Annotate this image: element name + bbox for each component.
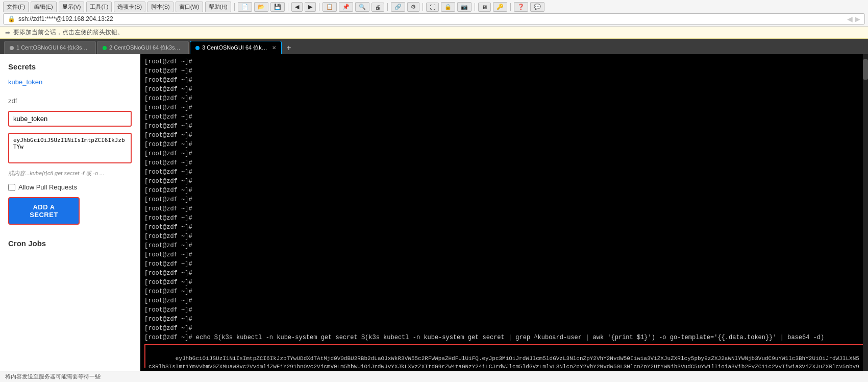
- toolbar-row-2: 🔒 ssh://zdf1:****@192.168.204.13:22 ◀ ▶: [3, 13, 865, 25]
- toolbar-icon-question[interactable]: ❓: [514, 2, 528, 12]
- terminal-line: [root@zdf ~]#: [144, 324, 864, 333]
- add-secret-button[interactable]: ADD A SECRET: [8, 197, 80, 225]
- toolbar-icon-chat[interactable]: 💬: [530, 2, 544, 12]
- nav-right-arrow[interactable]: ▶: [855, 15, 860, 23]
- terminal-line: [root@zdf ~]#: [144, 131, 864, 140]
- terminal-line: [root@zdf ~]#: [144, 287, 864, 296]
- terminal-line: [root@zdf ~]#: [144, 103, 864, 112]
- allow-pr-label: Allow Pull Requests: [18, 183, 77, 191]
- sidebar: Secrets kube_token zdf eyJhbGciOiJSUzI1N…: [0, 54, 140, 371]
- address-bar: 🔒 ssh://zdf1:****@192.168.204.13:22 ◀ ▶: [3, 13, 865, 25]
- scroll-thumb[interactable]: [863, 59, 868, 80]
- toolbar-sep-1: [234, 3, 235, 11]
- toolbar-icon-copy[interactable]: 📋: [323, 2, 337, 12]
- toolbar-btn-file[interactable]: 文件(F): [3, 2, 29, 12]
- terminal-line: [root@zdf ~]#: [144, 259, 864, 269]
- terminal-line: [root@zdf ~]#: [144, 278, 864, 287]
- toolbar-icon-settings[interactable]: ⚙: [407, 2, 419, 12]
- secret-name-input[interactable]: [8, 111, 132, 127]
- terminal-line: [root@zdf ~]#: [144, 232, 864, 241]
- terminal-line: [root@zdf ~]#: [144, 149, 864, 158]
- terminal-line: [root@zdf ~]#: [144, 158, 864, 168]
- terminal-line: [root@zdf ~]#: [144, 177, 864, 186]
- toolbar-sep-4: [387, 3, 388, 11]
- terminal-line: [root@zdf ~]#: [144, 223, 864, 232]
- nav-left-arrow[interactable]: ◀: [847, 15, 853, 23]
- tab-3-close[interactable]: ✕: [272, 45, 276, 51]
- info-bar: ➡ 要添加当前会话，点击左侧的箭头按钮。: [0, 27, 868, 39]
- toolbar-icon-fullscreen[interactable]: ⛶: [426, 3, 439, 12]
- toolbar-btn-session[interactable]: 选项卡(S): [114, 2, 145, 12]
- toolbar-icon-connect[interactable]: 🔗: [391, 2, 405, 12]
- toolbar-row-1: 文件(F) 编辑(E) 显示(V) 工具(T) 选项卡(S) 脚本(S) 窗口(…: [3, 2, 865, 12]
- toolbar-sep-6: [475, 3, 475, 11]
- nav-arrows: ◀ ▶: [847, 15, 860, 23]
- toolbar-icon-paste[interactable]: 📌: [339, 2, 353, 12]
- tab-1-label: 1 CentOSNoGUI 64 位k3s单机 ...: [16, 44, 90, 52]
- terminal-line: [root@zdf ~]#: [144, 213, 864, 223]
- toolbar-icon-back[interactable]: ◀: [291, 2, 303, 12]
- sidebar-user-label: zdf: [8, 97, 132, 105]
- tab-2[interactable]: 2 CentOSNoGUI 64 位k3s单机 ...: [97, 41, 189, 54]
- tabs-bar: 1 CentOSNoGUI 64 位k3s单机 ... 2 CentOSNoGU…: [0, 39, 868, 54]
- terminal-line: [root@zdf ~]#: [144, 250, 864, 259]
- echo-command-text: # echo $(k3s kubectl -n kube-system get …: [188, 334, 824, 341]
- tab-3[interactable]: 3 CentOSNoGUI 64 位k3s单... ✕: [190, 41, 282, 54]
- toolbar-btn-tool[interactable]: 工具(T): [86, 2, 112, 12]
- allow-pr-checkbox[interactable]: [8, 184, 15, 191]
- terminal-scrollbar[interactable]: [863, 54, 868, 371]
- terminal-line: [root@zdf ~]#: [144, 315, 864, 324]
- main-content: Secrets kube_token zdf eyJhbGciOiJSUzI1N…: [0, 54, 868, 371]
- terminal-line: [root@zdf ~]#: [144, 296, 864, 305]
- toolbar-icon-key[interactable]: 🔑: [493, 2, 507, 12]
- terminal-lines: [root@zdf ~]# [root@zdf ~]# [root@zdf ~]…: [144, 57, 864, 368]
- toolbar-icon-new[interactable]: 📄: [238, 2, 252, 12]
- secret-value-textarea[interactable]: eyJhbGciOiJSUzI1NiIsImtpZCI6IkJzbTYw: [8, 133, 132, 163]
- toolbar-sep-5: [423, 3, 423, 11]
- cron-jobs-title: Cron Jobs: [8, 239, 132, 248]
- toolbar-sep-2: [288, 3, 288, 11]
- toolbar-btn-edit[interactable]: 编辑(E): [31, 2, 57, 12]
- toolbar-btn-script[interactable]: 脚本(S): [147, 2, 173, 12]
- terminal-line: [root@zdf ~]#: [144, 168, 864, 177]
- new-tab-button[interactable]: +: [283, 42, 295, 54]
- terminal-line: [root@zdf ~]#: [144, 269, 864, 278]
- info-arrow-icon: ➡: [5, 29, 10, 36]
- toolbar-icon-search[interactable]: 🔍: [355, 2, 369, 12]
- toolbar-icon-lock[interactable]: 🔒: [441, 2, 455, 12]
- toolbar-btn-window[interactable]: 窗口(W): [176, 2, 203, 12]
- terminal-line: [root@zdf ~]#: [144, 122, 864, 131]
- tab-1-dot: [10, 46, 14, 50]
- terminal-echo-command: [root@zdf ~]# echo $(k3s kubectl -n kube…: [144, 333, 864, 342]
- toolbar-btn-view[interactable]: 显示(V): [59, 2, 85, 12]
- terminal-line: [root@zdf ~]#: [144, 204, 864, 213]
- toolbar-btn-help[interactable]: 帮助(H): [205, 2, 231, 12]
- app-toolbar: 文件(F) 编辑(E) 显示(V) 工具(T) 选项卡(S) 脚本(S) 窗口(…: [0, 0, 868, 27]
- toolbar-icon-monitor[interactable]: 🖥: [478, 3, 491, 12]
- tab-2-dot: [103, 46, 107, 50]
- terminal-line: [root@zdf ~]#: [144, 94, 864, 103]
- toolbar-icon-camera[interactable]: 📷: [457, 2, 472, 12]
- secret-value-hint: 或内容...kube{r}ctl get secret -f 或 -o ...: [8, 170, 132, 177]
- terminal-area[interactable]: [root@zdf ~]# [root@zdf ~]# [root@zdf ~]…: [140, 54, 868, 371]
- terminal-line: [root@zdf ~]#: [144, 66, 864, 76]
- toolbar-icon-save[interactable]: 💾: [270, 2, 285, 12]
- toolbar-icon-forward[interactable]: ▶: [305, 2, 316, 12]
- toolbar-sep-7: [510, 3, 511, 11]
- secrets-title: Secrets: [8, 62, 132, 71]
- terminal-line: [root@zdf ~]#: [144, 112, 864, 122]
- toolbar-icon-print[interactable]: 🖨: [371, 3, 384, 12]
- terminal-line: [root@zdf ~]#: [144, 140, 864, 149]
- terminal-output-text: eyJhbGciOiJSUzI1NiIsImtpZCI6IkJzbTYwUDdX…: [148, 355, 859, 368]
- terminal-line: [root@zdf ~]#: [144, 195, 864, 204]
- terminal-output-box: eyJhbGciOiJSUzI1NiIsImtpZCI6IkJzbTYwUDdX…: [144, 344, 864, 368]
- tab-3-dot: [195, 46, 200, 50]
- tab-1[interactable]: 1 CentOSNoGUI 64 位k3s单机 ...: [4, 41, 96, 54]
- toolbar-icon-open[interactable]: 📂: [254, 2, 268, 12]
- address-text: ssh://zdf1:****@192.168.204.13:22: [18, 15, 113, 22]
- terminal-line: [root@zdf ~]#: [144, 85, 864, 94]
- sidebar-secret-kube-token[interactable]: kube_token: [8, 77, 132, 87]
- terminal-line: [root@zdf ~]#: [144, 57, 864, 66]
- tab-2-label: 2 CentOSNoGUI 64 位k3s单机 ...: [109, 44, 183, 52]
- lock-icon: 🔒: [8, 15, 15, 22]
